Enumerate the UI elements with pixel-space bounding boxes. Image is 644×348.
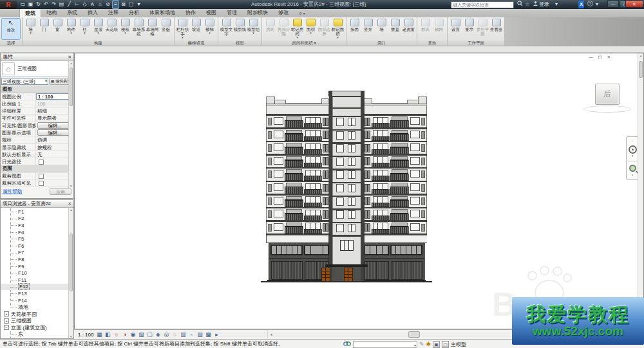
- ribbon-button-标高[interactable]: 标高: [419, 18, 432, 40]
- viewcube[interactable]: 后: [595, 84, 620, 105]
- browser-item-F6[interactable]: F6: [1, 243, 73, 250]
- browser-item-场地[interactable]: 场地: [1, 304, 73, 311]
- sign-in-user-icon[interactable]: [533, 1, 538, 9]
- customize-qat-icon[interactable]: ▾: [135, 1, 142, 8]
- revit-app-menu-button[interactable]: R: [0, 1, 17, 9]
- ribbon-button-屋顶[interactable]: 屋顶▾: [91, 18, 105, 40]
- vertical-scrollbar[interactable]: ▴ ▾: [638, 53, 643, 329]
- crop-view-icon[interactable]: ▧: [137, 331, 145, 338]
- view-window-controls[interactable]: — ▢ ✕: [589, 55, 612, 60]
- switch-windows-icon[interactable]: ▢: [128, 1, 135, 8]
- ribbon-button-轴网[interactable]: 轴网: [432, 18, 446, 40]
- print-icon[interactable]: ▤: [58, 1, 65, 8]
- ribbon-button-天花板[interactable]: 天花板: [105, 18, 118, 40]
- open-icon[interactable]: ▭: [19, 1, 26, 8]
- sign-in-caret-icon[interactable]: ▾: [555, 1, 558, 8]
- measure-icon[interactable]: ╱: [66, 1, 73, 8]
- panel-label-工作平面[interactable]: 工作平面: [448, 40, 504, 46]
- text-icon[interactable]: A: [89, 1, 96, 8]
- browser-item-F3[interactable]: F3: [1, 222, 73, 229]
- temporary-isolate-icon[interactable]: ◎: [162, 331, 170, 338]
- temporary-view-properties-icon[interactable]: ▥: [179, 331, 187, 338]
- unlock-3d-view-icon[interactable]: ◈: [154, 331, 162, 338]
- default-3d-view-icon[interactable]: ⌂: [97, 1, 104, 8]
- ribbon-button-房间分隔[interactable]: 房间分隔: [277, 18, 290, 40]
- ribbon-button-竖梃[interactable]: 竖梃: [159, 18, 173, 40]
- ribbon-button-幕墙网格[interactable]: 幕墙网格: [146, 18, 159, 40]
- project-browser-close-icon[interactable]: ✕: [68, 201, 71, 206]
- minimize-button[interactable]: —: [607, 0, 619, 8]
- hscroll-thumb[interactable]: [408, 331, 420, 338]
- browser-item-F7[interactable]: F7: [1, 250, 73, 257]
- aligned-dimension-icon[interactable]: ⊢: [73, 1, 80, 8]
- ribbon-tab-系统[interactable]: 系统: [62, 8, 82, 17]
- graphics-section-header[interactable]: 图形▴: [1, 86, 73, 93]
- panel-label-洞口[interactable]: 洞口: [346, 40, 417, 46]
- ribbon-button-柱[interactable]: 柱▾: [78, 18, 91, 40]
- apply-button[interactable]: 应用: [50, 188, 71, 195]
- ribbon-button-标记面积[interactable]: 标记面积▾: [331, 18, 345, 40]
- worksets-icon[interactable]: [343, 340, 351, 348]
- browser-item-F4[interactable]: F4: [1, 229, 73, 236]
- reveal-hidden-elements-icon[interactable]: ◌: [171, 331, 178, 338]
- ribbon-button-窗[interactable]: 窗: [51, 18, 64, 40]
- help-caret-icon[interactable]: ▾: [596, 1, 598, 8]
- ribbon-button-门[interactable]: 门: [37, 18, 51, 40]
- close-button[interactable]: ✕: [625, 0, 643, 8]
- help-icon[interactable]: ?: [587, 1, 593, 6]
- sun-path-icon[interactable]: ☼: [112, 331, 120, 338]
- checkbox-日光路径[interactable]: [39, 160, 44, 165]
- panel-label-模型[interactable]: 模型: [218, 40, 261, 46]
- analysis-display-icon[interactable]: ▩: [204, 331, 212, 338]
- properties-help-link[interactable]: 属性帮助: [3, 188, 22, 195]
- thin-lines-icon[interactable]: ≡: [112, 0, 119, 9]
- ribbon-button-模型线[interactable]: 模型线: [233, 18, 247, 40]
- ribbon-tab-协作[interactable]: 协作: [180, 8, 201, 17]
- ribbon-button-按面[interactable]: 按面: [348, 18, 361, 40]
- ribbon-button-构件[interactable]: 构件▾: [64, 18, 78, 40]
- browser-item-F9[interactable]: F9: [1, 263, 73, 270]
- ribbon-button-墙[interactable]: 墙: [375, 18, 388, 40]
- ribbon-button-房间[interactable]: 房间: [263, 18, 277, 40]
- ribbon-button-楼梯[interactable]: 楼梯▾: [203, 18, 216, 40]
- project-browser-scrollbar[interactable]: ▴ ▾: [68, 208, 73, 338]
- shadows-icon[interactable]: ◑: [120, 331, 128, 338]
- browser-group-三维视图[interactable]: +三维视图: [1, 318, 73, 325]
- instance-selector[interactable]: 三维视图: (三维)▾: [1, 78, 48, 85]
- ribbon-tab-分析[interactable]: 分析: [124, 8, 144, 17]
- exclude-options-toggle-icon[interactable]: ▢: [442, 341, 449, 348]
- browser-item-F1[interactable]: F1: [1, 208, 73, 215]
- ribbon-button-老虎窗[interactable]: 老虎窗: [402, 18, 415, 40]
- vcb-expand-icon[interactable]: ▸: [213, 331, 220, 338]
- reveal-constraints-icon[interactable]: ▫: [187, 331, 195, 338]
- tree-expand-icon[interactable]: +: [4, 311, 9, 316]
- ribbon-tab-结构[interactable]: 结构: [41, 8, 62, 17]
- properties-close-icon[interactable]: ✕: [68, 55, 71, 60]
- browser-item-东[interactable]: 东: [1, 331, 73, 338]
- ribbon-button-垂直[interactable]: 垂直: [388, 18, 402, 40]
- undo-icon[interactable]: ↶: [43, 1, 50, 8]
- tag-by-category-icon[interactable]: ◇: [81, 1, 88, 8]
- browser-item-F14[interactable]: F14: [1, 297, 73, 304]
- properties-header[interactable]: 属性 ✕: [1, 53, 73, 61]
- ribbon-button-设置[interactable]: 设置: [449, 18, 462, 40]
- subscription-icon[interactable]: ☆: [525, 1, 529, 8]
- redo-icon[interactable]: ↷: [50, 1, 57, 8]
- ribbon-button-标记房间[interactable]: 标记房间▾: [290, 18, 304, 40]
- view-scale-label[interactable]: 1 : 100: [78, 332, 93, 338]
- zoom-tool-icon[interactable]: [629, 165, 636, 172]
- ribbon-button-竖井[interactable]: 竖井: [361, 18, 375, 40]
- ribbon-tab-建筑[interactable]: 建筑: [19, 8, 41, 17]
- help-search-input[interactable]: [451, 1, 514, 8]
- section-icon[interactable]: ⊘: [104, 1, 111, 8]
- building-elevation[interactable]: [266, 90, 427, 284]
- browser-item-F13[interactable]: F13: [1, 290, 73, 297]
- ribbon-button-面积边界[interactable]: 面积边界: [317, 18, 331, 40]
- browser-item-F12[interactable]: F12: [1, 284, 73, 291]
- ribbon-button-墙[interactable]: 墙▾: [24, 18, 37, 40]
- ribbon-button-栏杆扶手[interactable]: 栏杆扶手▾: [176, 18, 189, 40]
- range-section-header[interactable]: 范围▴: [1, 165, 73, 172]
- ribbon-button-模型文字[interactable]: 模型文字: [220, 18, 233, 40]
- property-value-图形显示选项[interactable]: 编辑...: [37, 129, 72, 136]
- ribbon-button-修改[interactable]: ↖修改: [1, 18, 21, 40]
